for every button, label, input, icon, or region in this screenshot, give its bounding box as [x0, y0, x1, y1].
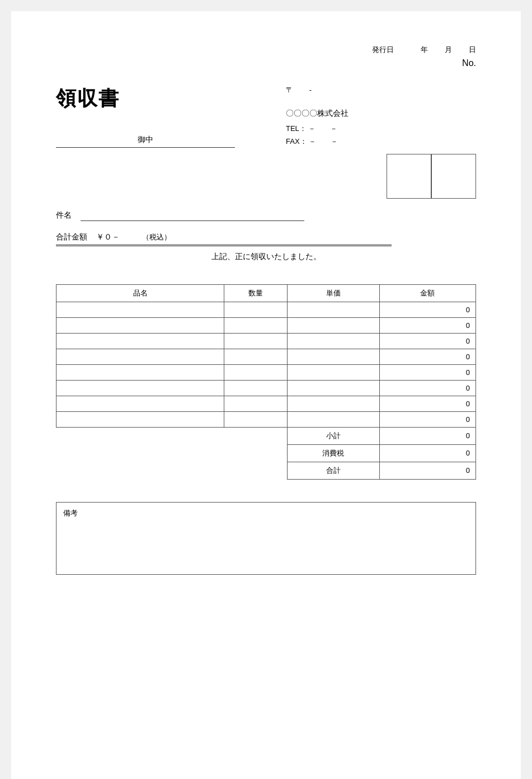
- cell-amount-4: 0: [379, 364, 476, 380]
- cell-amount-2: 0: [379, 333, 476, 349]
- total-row: 合計金額 ￥０－ （税込）: [56, 232, 392, 246]
- remarks-label: 備考: [63, 508, 469, 518]
- table-row: 0: [57, 364, 476, 380]
- issue-date-area: 発行日 年 月 日: [372, 45, 476, 55]
- cell-unit-2: [287, 333, 379, 349]
- subject-label: 件名: [56, 210, 72, 220]
- summary-row-grand-total: 合計 0: [57, 462, 476, 479]
- table-row: 0: [57, 333, 476, 349]
- cell-unit-5: [287, 380, 379, 396]
- receipt-page: 発行日 年 月 日 No. 領収書 御中 〒: [11, 11, 521, 779]
- fax-value: － －: [309, 137, 338, 146]
- table-header-row: 品名 数量 単価 金額: [57, 284, 476, 302]
- subject-row: 件名: [56, 210, 476, 221]
- main-section: 領収書 御中 〒 - 〇〇〇〇株式会社 TEL： － － FAX：: [56, 85, 476, 199]
- cell-qty-0: [224, 302, 288, 317]
- cell-name-0: [57, 302, 224, 317]
- summary-value-subtotal: 0: [379, 427, 476, 444]
- year-label: 年: [421, 45, 428, 55]
- cell-unit-3: [287, 349, 379, 364]
- col-header-qty: 数量: [224, 284, 288, 302]
- tel-value: － －: [308, 124, 337, 133]
- document-title: 領収書: [56, 85, 263, 112]
- left-section: 領収書 御中: [56, 85, 286, 199]
- cell-name-2: [57, 333, 224, 349]
- summary-label-subtotal: 小計: [287, 427, 379, 444]
- month-label: 月: [445, 45, 452, 55]
- cell-unit-0: [287, 302, 379, 317]
- tax-note: （税込）: [142, 232, 171, 242]
- items-table: 品名 数量 単価 金額 0 0 0 0: [56, 284, 476, 480]
- cell-amount-3: 0: [379, 349, 476, 364]
- contact-info: TEL： － － FAX： － －: [286, 122, 476, 148]
- cell-name-7: [57, 411, 224, 427]
- cell-qty-7: [224, 411, 288, 427]
- cell-name-4: [57, 364, 224, 380]
- cell-name-1: [57, 317, 224, 333]
- tel-row: TEL： － －: [286, 122, 476, 135]
- right-section: 〒 - 〇〇〇〇株式会社 TEL： － － FAX： － －: [286, 85, 476, 199]
- cell-name-3: [57, 349, 224, 364]
- table-row: 0: [57, 349, 476, 364]
- cell-amount-1: 0: [379, 317, 476, 333]
- cell-unit-1: [287, 317, 379, 333]
- summary-label-tax: 消費税: [287, 444, 379, 462]
- postal-row: 〒 -: [286, 85, 476, 95]
- table-row: 0: [57, 380, 476, 396]
- cell-name-6: [57, 396, 224, 411]
- table-row: 0: [57, 396, 476, 411]
- cell-qty-1: [224, 317, 288, 333]
- fax-row: FAX： － －: [286, 135, 476, 148]
- stamp-area: [286, 154, 476, 199]
- company-name: 〇〇〇〇株式会社: [286, 109, 476, 119]
- stamp-box-2: [431, 154, 476, 199]
- day-label: 日: [469, 45, 476, 55]
- tel-label: TEL：: [286, 124, 307, 133]
- recipient-honorific: 御中: [56, 135, 235, 148]
- cell-qty-5: [224, 380, 288, 396]
- table-row: 0: [57, 411, 476, 427]
- cell-amount-5: 0: [379, 380, 476, 396]
- recipient-area: 御中: [56, 135, 263, 148]
- summary-value-tax: 0: [379, 444, 476, 462]
- stamp-box-1: [387, 154, 431, 199]
- cell-unit-4: [287, 364, 379, 380]
- fax-label: FAX：: [286, 137, 307, 146]
- table-row: 0: [57, 317, 476, 333]
- cell-unit-7: [287, 411, 379, 427]
- summary-row-subtotal: 小計 0: [57, 427, 476, 444]
- cell-amount-7: 0: [379, 411, 476, 427]
- cell-qty-6: [224, 396, 288, 411]
- summary-empty-subtotal: [57, 427, 288, 444]
- total-amount: ￥０－: [96, 232, 120, 242]
- col-header-name: 品名: [57, 284, 224, 302]
- remarks-box: 備考: [56, 502, 476, 575]
- table-row: 0: [57, 302, 476, 317]
- cell-amount-0: 0: [379, 302, 476, 317]
- no-label: No.: [462, 58, 476, 68]
- col-header-unit: 単価: [287, 284, 379, 302]
- summary-empty-grand-total: [57, 462, 288, 479]
- no-row: No.: [56, 58, 476, 68]
- cell-name-5: [57, 380, 224, 396]
- postal-label: 〒: [286, 86, 294, 94]
- col-header-amount: 金額: [379, 284, 476, 302]
- cell-qty-4: [224, 364, 288, 380]
- cell-amount-6: 0: [379, 396, 476, 411]
- cell-qty-3: [224, 349, 288, 364]
- cell-qty-2: [224, 333, 288, 349]
- subject-line: [81, 210, 304, 221]
- summary-value-grand-total: 0: [379, 462, 476, 479]
- cell-unit-6: [287, 396, 379, 411]
- total-label: 合計金額: [56, 232, 87, 242]
- summary-empty-tax: [57, 444, 288, 462]
- header-section: 発行日 年 月 日: [56, 45, 476, 55]
- summary-label-grand-total: 合計: [287, 462, 379, 479]
- postal-separator: -: [309, 86, 312, 94]
- summary-row-tax: 消費税 0: [57, 444, 476, 462]
- confirmation-text: 上記、正に領収いたしました。: [56, 252, 476, 262]
- issue-date-label: 発行日: [372, 45, 394, 55]
